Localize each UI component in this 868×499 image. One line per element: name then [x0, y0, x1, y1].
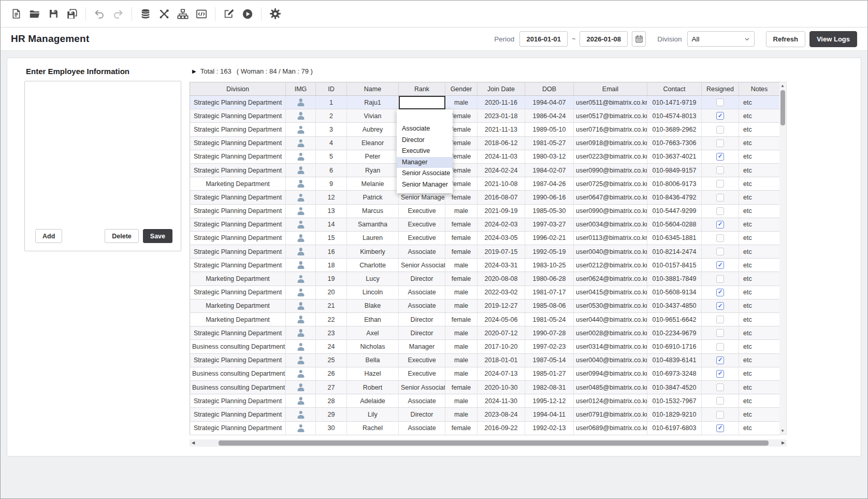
cell-dob[interactable]: 1985-08-06 [525, 299, 574, 312]
edit-button[interactable] [220, 5, 238, 23]
vertical-scrollbar[interactable]: ▲ ▼ [779, 82, 787, 435]
resigned-checkbox[interactable] [716, 166, 724, 174]
horizontal-scrollbar[interactable]: ◀ ▶ [190, 439, 787, 447]
cell-dob[interactable]: 1992-05-19 [525, 245, 574, 259]
cell-notes[interactable]: etc [739, 259, 780, 272]
cell-join-date[interactable]: 2019-12-27 [478, 299, 525, 312]
cell-division[interactable]: Strategic Planning Department [190, 326, 286, 340]
cell-rank[interactable]: Associate [399, 299, 445, 312]
cell-rank[interactable]: Executive [399, 204, 445, 218]
cell-division[interactable]: Strategic Planning Department [190, 163, 286, 177]
cell-dob[interactable]: 1994-04-07 [525, 96, 574, 109]
cell-rank[interactable]: Senior Associate [399, 259, 445, 272]
open-folder-button[interactable] [25, 5, 44, 23]
cell-id[interactable]: 26 [316, 367, 347, 380]
cell-notes[interactable]: etc [739, 177, 780, 191]
cell-email[interactable]: user0314@bimatrix.co.kr [574, 340, 647, 353]
cell-name[interactable]: Lily [347, 408, 399, 421]
cell-resigned[interactable] [702, 326, 739, 340]
cell-contact[interactable]: 010-3689-2962 [647, 123, 702, 136]
refresh-button[interactable]: Refresh [766, 31, 805, 47]
table-row[interactable]: Business consulting Department26HazelExe… [190, 367, 780, 380]
cell-img[interactable] [286, 340, 316, 353]
cell-id[interactable]: 5 [316, 150, 347, 163]
cell-email[interactable]: user0517@bimatrix.co.kr [574, 109, 647, 123]
cell-email[interactable]: user0791@bimatrix.co.kr [574, 408, 647, 421]
cell-img[interactable] [286, 326, 316, 340]
settings-button[interactable] [266, 5, 284, 23]
table-row[interactable]: Strategic Planning Department18Charlotte… [190, 259, 780, 272]
cell-gender[interactable]: male [445, 408, 478, 421]
cell-email[interactable]: user0716@bimatrix.co.kr [574, 123, 647, 136]
resigned-checkbox[interactable] [716, 126, 724, 134]
cell-img[interactable] [286, 408, 316, 421]
cell-dob[interactable]: 1981-07-17 [525, 286, 574, 299]
column-header-join-date[interactable]: Join Date [478, 82, 525, 96]
cell-contact[interactable]: 010-5604-0288 [647, 218, 702, 231]
cell-join-date[interactable]: 2020-11-16 [478, 96, 525, 109]
cell-rank[interactable]: Executive [399, 367, 445, 380]
cell-name[interactable]: Vivian [347, 109, 399, 123]
cell-img[interactable] [286, 231, 316, 245]
cell-name[interactable]: Samantha [347, 218, 399, 231]
cell-contact[interactable]: 010-9651-6642 [647, 313, 702, 326]
cell-division[interactable]: Marketing Department [190, 299, 286, 312]
cell-division[interactable]: Marketing Department [190, 313, 286, 326]
database-button[interactable] [136, 5, 155, 23]
cell-rank[interactable]: Executive [399, 231, 445, 245]
cell-resigned[interactable] [702, 231, 739, 245]
cell-notes[interactable]: etc [739, 421, 780, 435]
cell-contact[interactable]: 010-3847-4520 [647, 380, 702, 394]
cell-name[interactable]: Peter [347, 150, 399, 163]
table-row[interactable]: Strategic Planning Department13MarcusExe… [190, 204, 780, 218]
redo-button[interactable] [109, 5, 127, 23]
cell-join-date[interactable]: 2016-09-22 [478, 421, 525, 435]
cell-resigned[interactable] [702, 408, 739, 421]
cell-join-date[interactable]: 2020-08-08 [478, 272, 525, 286]
cell-resigned[interactable] [702, 394, 739, 408]
cell-name[interactable]: Nicholas [347, 340, 399, 353]
cell-id[interactable]: 4 [316, 136, 347, 150]
cell-division[interactable]: Strategic Planning Department [190, 150, 286, 163]
table-row[interactable]: Strategic Planning Department23AxelDirec… [190, 326, 780, 340]
column-header-gender[interactable]: Gender [445, 82, 478, 96]
cell-notes[interactable]: etc [739, 380, 780, 394]
cell-gender[interactable]: male [445, 259, 478, 272]
cell-join-date[interactable]: 2018-06-12 [478, 136, 525, 150]
cell-contact[interactable]: 010-2234-9679 [647, 326, 702, 340]
cell-contact[interactable]: 010-3437-4850 [647, 299, 702, 312]
cell-dob[interactable]: 1992-02-13 [525, 421, 574, 435]
cell-division[interactable]: Strategic Planning Department [190, 218, 286, 231]
resigned-checkbox[interactable] [716, 248, 724, 255]
cell-email[interactable]: user0990@bimatrix.co.kr [574, 163, 647, 177]
cell-dob[interactable]: 1982-08-31 [525, 380, 574, 394]
cell-rank[interactable]: Associate [399, 286, 445, 299]
cell-join-date[interactable]: 2017-10-20 [478, 340, 525, 353]
cell-rank[interactable]: Director [399, 408, 445, 421]
cell-join-date[interactable]: 2024-11-30 [478, 394, 525, 408]
table-row[interactable]: Strategic Planning Department29LilyDirec… [190, 408, 780, 421]
rank-option[interactable]: Executive [397, 146, 453, 157]
cell-resigned[interactable] [702, 245, 739, 259]
cell-id[interactable]: 6 [316, 163, 347, 177]
table-row[interactable]: Marketing Department21BlakeAssociatemale… [190, 299, 780, 312]
table-row[interactable]: Marketing Department9Melaniefemale2021-1… [190, 177, 780, 191]
cell-contact[interactable]: 010-1532-7967 [647, 394, 702, 408]
cell-email[interactable]: user0689@bimatrix.co.kr [574, 421, 647, 435]
cell-contact[interactable]: 010-8436-4792 [647, 191, 702, 204]
cell-join-date[interactable]: 2021-11-13 [478, 123, 525, 136]
cell-resigned[interactable] [702, 353, 739, 367]
resigned-checkbox[interactable] [716, 275, 724, 283]
cell-gender[interactable]: female [445, 380, 478, 394]
cell-name[interactable]: Robert [347, 380, 399, 394]
cell-rank[interactable] [399, 96, 445, 109]
cell-name[interactable]: Raju1 [347, 96, 399, 109]
cell-dob[interactable]: 1981-05-27 [525, 136, 574, 150]
cell-email[interactable]: user0994@bimatrix.co.kr [574, 367, 647, 380]
cell-name[interactable]: Adelaide [347, 394, 399, 408]
resigned-checkbox[interactable] [716, 397, 724, 405]
cell-id[interactable]: 1 [316, 96, 347, 109]
column-header-division[interactable]: Division [190, 82, 286, 96]
cell-dob[interactable]: 1989-05-10 [525, 123, 574, 136]
cell-notes[interactable]: etc [739, 313, 780, 326]
